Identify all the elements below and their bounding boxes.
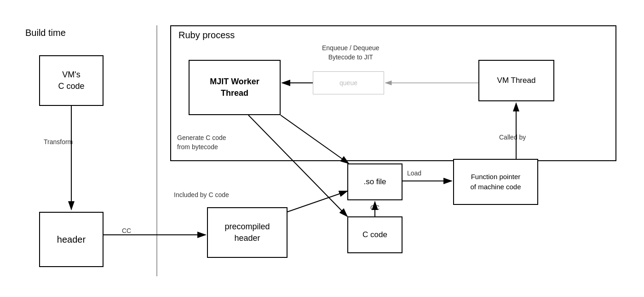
vm-thread-box: VM Thread: [478, 60, 554, 101]
generate-c-code-label: Generate C code from bytecode: [177, 134, 226, 151]
cc-code-label: CC: [370, 204, 380, 211]
so-file-box: .so file: [347, 163, 402, 200]
cc-header-label: CC: [122, 227, 131, 234]
included-by-c-code-label: Included by C code: [174, 191, 229, 198]
vm-c-code-label: VM's C code: [58, 69, 84, 92]
queue-box: queue: [313, 71, 384, 94]
diagram-container: Build time Ruby process VM's C code head…: [0, 0, 644, 297]
function-pointer-label: Function pointer of machine code: [470, 172, 521, 192]
c-code-box: C code: [347, 216, 402, 253]
called-by-label: Called by: [499, 134, 526, 141]
header-label: header: [57, 234, 86, 245]
function-pointer-box: Function pointer of machine code: [453, 159, 538, 205]
enqueue-dequeue-label: Enqueue / Dequeue Bytecode to JIT: [322, 44, 380, 62]
svg-line-8: [288, 191, 347, 212]
mjit-worker-box: MJIT Worker Thread: [189, 60, 281, 115]
so-file-label: .so file: [363, 177, 386, 186]
header-box: header: [39, 212, 104, 267]
queue-label: queue: [339, 79, 357, 87]
build-time-label: Build time: [25, 28, 66, 38]
vm-c-code-box: VM's C code: [39, 55, 104, 106]
c-code-label: C code: [362, 230, 387, 239]
precompiled-header-box: precompiled header: [207, 207, 288, 258]
ruby-process-label: Ruby process: [178, 30, 235, 41]
vm-thread-label: VM Thread: [497, 76, 536, 85]
load-label: Load: [407, 169, 421, 177]
precompiled-header-label: precompiled header: [224, 221, 270, 244]
mjit-worker-label: MJIT Worker Thread: [210, 76, 259, 99]
transform-label: Transform: [44, 138, 73, 146]
divider-line: [156, 25, 157, 276]
